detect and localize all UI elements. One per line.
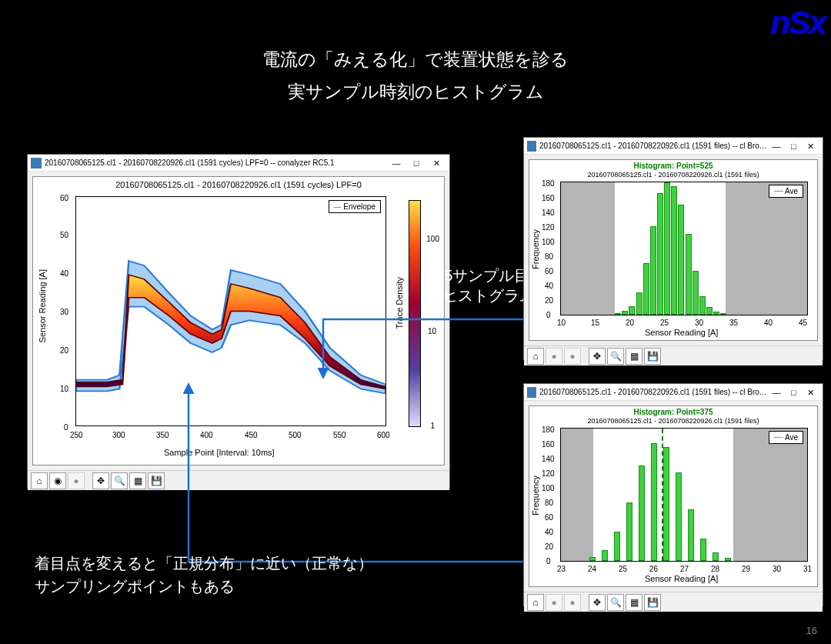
pan-button[interactable]: ✥ xyxy=(589,594,606,611)
plot-toolbar: ⌂ ● ● ✥ 🔍 ▦ 💾 xyxy=(524,592,823,612)
legend-label: Ave xyxy=(785,433,798,442)
page-number: 16 xyxy=(806,625,817,636)
back-button[interactable]: ● xyxy=(546,594,562,611)
config-button[interactable]: ▦ xyxy=(626,594,642,611)
back-button[interactable]: ● xyxy=(546,348,562,365)
fwd-button[interactable]: ● xyxy=(68,472,85,489)
hist-bar xyxy=(643,263,649,315)
zoom-button[interactable]: 🔍 xyxy=(607,594,624,611)
window-titlebar[interactable]: 20160708065125.cl1 - 20160708220926.cl1 … xyxy=(524,138,823,155)
legend-ave: ╌╌ Ave xyxy=(769,431,803,444)
hist-bar xyxy=(713,312,719,315)
close-button[interactable]: ✕ xyxy=(803,138,819,155)
window-title: 20160708065125.cl1 - 20160708220926.cl1 … xyxy=(45,158,335,167)
minimize-button[interactable]: — xyxy=(768,384,785,401)
histogram-plot-375[interactable]: Histogram: Point=375 20160708065125.cl1 … xyxy=(529,405,818,587)
ytick: 180 xyxy=(542,179,555,188)
hist-bar xyxy=(720,313,726,315)
ytick: 20 xyxy=(60,346,68,355)
window-titlebar[interactable]: 20160708065125.cl1 - 20160708220926.cl1 … xyxy=(524,384,823,401)
fwd-button[interactable]: ● xyxy=(564,348,581,365)
ytick: 0 xyxy=(546,557,551,566)
y-axis-label: Sensor Reading [A] xyxy=(38,269,47,342)
hist-bar xyxy=(663,447,669,561)
plot-axes xyxy=(75,196,386,426)
legend-label: Envelope xyxy=(343,202,375,211)
cb-tick: 100 xyxy=(426,235,439,243)
footer-note: 着目点を変えると「正規分布」に近い（正常な） サンプリングポイントもある xyxy=(35,552,373,598)
window-title: 20160708065125.cl1 - 20160708220926.cl1 … xyxy=(539,388,768,396)
ytick: 60 xyxy=(60,194,68,202)
save-button[interactable]: 💾 xyxy=(644,594,661,611)
xtick: 300 xyxy=(112,431,125,439)
home-button[interactable]: ⌂ xyxy=(527,594,544,611)
hist-bar xyxy=(626,502,632,561)
ytick: 0 xyxy=(64,423,68,432)
zoom-button[interactable]: 🔍 xyxy=(111,472,128,489)
histogram-window-525: 20160708065125.cl1 - 20160708220926.cl1 … xyxy=(523,137,823,360)
maximize-button[interactable]: □ xyxy=(785,384,802,401)
xtick: 26 xyxy=(649,565,658,573)
home-button[interactable]: ⌂ xyxy=(31,472,48,489)
hist-bar xyxy=(699,296,706,315)
ytick: 20 xyxy=(545,542,553,551)
minimize-button[interactable]: — xyxy=(386,155,406,172)
xtick: 550 xyxy=(333,431,346,439)
config-button[interactable]: ▦ xyxy=(626,348,642,365)
zoom-button[interactable]: 🔍 xyxy=(607,348,624,365)
hist-bar xyxy=(622,311,628,315)
config-button[interactable]: ▦ xyxy=(129,472,146,489)
ytick: 80 xyxy=(545,499,553,507)
x-axis-label: Sample Point [Interval: 10ms] xyxy=(164,448,275,457)
ytick: 120 xyxy=(542,469,555,478)
page-subtitle: 実サンプル時刻のヒストグラム xyxy=(0,80,831,104)
xtick: 400 xyxy=(200,431,213,439)
pan-button[interactable]: ✥ xyxy=(92,472,109,489)
ytick: 10 xyxy=(60,385,68,393)
save-button[interactable]: 💾 xyxy=(644,348,661,365)
close-button[interactable]: ✕ xyxy=(426,155,446,172)
add-button[interactable]: ◉ xyxy=(49,472,66,489)
envelope-plot[interactable]: 20160708065125.cl1 - 20160708220926.cl1 … xyxy=(32,176,445,465)
y-axis-label: Frequency xyxy=(531,475,540,516)
maximize-button[interactable]: □ xyxy=(785,138,802,155)
close-button[interactable]: ✕ xyxy=(803,384,819,401)
home-button[interactable]: ⌂ xyxy=(527,348,544,365)
ytick: 60 xyxy=(545,513,553,522)
hist-bar xyxy=(602,550,608,561)
xtick: 24 xyxy=(588,565,596,573)
x-axis-label: Sensor Reading [A] xyxy=(645,328,718,337)
window-titlebar[interactable]: 20160708065125.cl1 - 20160708220926.cl1 … xyxy=(28,155,449,172)
histogram-plot-525[interactable]: Histogram: Point=525 20160708065125.cl1 … xyxy=(529,159,818,341)
pan-button[interactable]: ✥ xyxy=(589,348,606,365)
ytick: 80 xyxy=(545,252,553,261)
legend-label: Ave xyxy=(785,187,798,195)
hist-title: Histogram: Point=525 xyxy=(529,162,817,170)
hist-bar xyxy=(614,532,620,561)
ytick: 30 xyxy=(60,308,68,316)
app-icon xyxy=(527,387,536,398)
fwd-button[interactable]: ● xyxy=(564,594,581,611)
xtick: 450 xyxy=(245,431,258,439)
app-icon xyxy=(527,141,536,152)
hist-bar xyxy=(725,558,731,561)
hist-bar xyxy=(706,307,713,315)
legend-envelope: — Envelope xyxy=(329,200,381,213)
hist-bar xyxy=(651,443,657,561)
xtick: 30 xyxy=(695,319,703,327)
xtick: 29 xyxy=(742,565,750,573)
plot-toolbar: ⌂ ● ● ✥ 🔍 ▦ 💾 xyxy=(524,345,823,365)
minimize-button[interactable]: — xyxy=(768,138,785,155)
xtick: 15 xyxy=(591,319,599,327)
cb-tick: 1 xyxy=(430,422,435,430)
ytick: 20 xyxy=(545,296,553,305)
hist-axes xyxy=(560,428,808,562)
xtick: 28 xyxy=(711,565,719,573)
save-button[interactable]: 💾 xyxy=(148,472,165,489)
xtick: 250 xyxy=(70,431,83,439)
ytick: 60 xyxy=(545,267,553,275)
xtick: 10 xyxy=(557,319,566,327)
hist-subtitle: 20160708065125.cl1 - 20160708220926.cl1 … xyxy=(529,417,817,425)
maximize-button[interactable]: □ xyxy=(406,155,426,172)
colorbar xyxy=(409,200,421,427)
